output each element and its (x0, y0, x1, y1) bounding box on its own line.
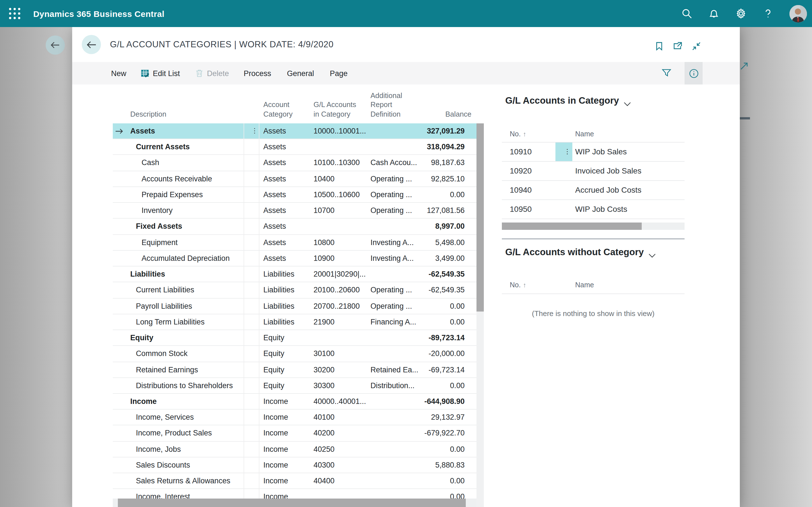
table-row[interactable]: Accumulated DepreciationAssets10900Inves… (113, 251, 476, 267)
table-row[interactable]: Income, Product SalesIncome40200-679,922… (113, 426, 476, 441)
factbox-section-title: G/L Accounts without Category (505, 247, 656, 258)
waffle-icon[interactable] (8, 7, 21, 20)
table-row[interactable]: Long Term LiabilitiesLiabilities21900Fin… (113, 314, 476, 330)
chevron-down-icon[interactable] (623, 98, 631, 105)
column-header-no[interactable]: No.↑ (510, 130, 526, 138)
cell-additional-report-definition: Operating ... (370, 203, 412, 218)
cell-description: Income, Services (136, 409, 194, 425)
factbox-row[interactable]: 10950WIP Job Costs (502, 200, 684, 219)
cell-description: Accumulated Depreciation (142, 251, 230, 266)
app-title: Dynamics 365 Business Central (33, 9, 164, 18)
vertical-scrollbar-thumb[interactable] (476, 123, 484, 312)
cell-additional-report-definition: Investing A... (370, 235, 414, 250)
factbox-scrollbar-thumb[interactable] (502, 223, 642, 230)
table-row[interactable]: Fixed AssetsAssets8,997.00 (113, 219, 476, 235)
cell-account-category: Assets (263, 203, 286, 218)
toolbar-item-edit-list[interactable]: Edit List (141, 69, 180, 77)
table-row[interactable]: EquityEquity-89,723.14 (113, 330, 476, 346)
table-row[interactable]: CashAssets10100..10300Cash Accou...98,18… (113, 155, 476, 171)
table-row[interactable]: EquipmentAssets10800Investing A...5,498.… (113, 235, 476, 250)
cell-gl-accounts: 10900 (313, 251, 335, 266)
bookmark-icon[interactable] (655, 42, 664, 51)
table-row[interactable]: Assets⋮Assets10000..10001...327,091.29 (113, 123, 476, 139)
cell-balance: -20,000.00 (428, 346, 465, 362)
cell-balance: -679,922.70 (424, 426, 465, 441)
dialog-content: DescriptionAccountCategoryG/L Accountsin… (72, 84, 740, 507)
table-row[interactable]: LiabilitiesLiabilities20001|30290|...-62… (113, 267, 476, 282)
cell-description: Cash (142, 155, 159, 171)
table-header-row: DescriptionAccountCategoryG/L Accountsin… (113, 84, 484, 123)
table-row[interactable]: Common StockEquity30100-20,000.00 (113, 346, 476, 362)
toolbar-item-process[interactable]: Process (244, 69, 271, 77)
horizontal-scrollbar-thumb[interactable] (118, 499, 466, 507)
back-button[interactable] (82, 35, 101, 54)
sort-ascending-icon: ↑ (523, 131, 526, 137)
cell-additional-report-definition: Operating ... (370, 171, 412, 186)
column-header-category[interactable]: AccountCategory (263, 100, 293, 119)
table-row[interactable]: Income, JobsIncome402500.00 (113, 441, 476, 457)
top-app-bar: Dynamics 365 Business Central (0, 0, 812, 27)
cell-balance: 0.00 (450, 378, 465, 393)
cell-account-category: Liabilities (263, 267, 294, 282)
table-row[interactable]: Prepaid ExpensesAssets10500..10600Operat… (113, 187, 476, 203)
cell-balance: -62,549.35 (428, 267, 465, 282)
table-row[interactable]: InventoryAssets10700Operating ...127,081… (113, 203, 476, 219)
dialog-header: G/L ACCOUNT CATEGORIES | WORK DATE: 4/9/… (72, 27, 740, 62)
cell-account-category: Assets (263, 139, 286, 155)
filter-icon[interactable] (662, 69, 671, 78)
toolbar-item-page[interactable]: Page (330, 69, 348, 77)
column-header-balance[interactable]: Balance (446, 110, 472, 119)
empty-view-message: (There is nothing to show in this view) (502, 309, 684, 318)
toolbar-item-general[interactable]: General (287, 69, 314, 77)
table-row[interactable]: Distributions to ShareholdersEquity30300… (113, 378, 476, 394)
page-title: G/L ACCOUNT CATEGORIES | WORK DATE: 4/9/… (110, 27, 334, 62)
factbox-row[interactable]: 10920Invoiced Job Sales (502, 162, 684, 181)
table-row[interactable]: Sales Returns & AllowancesIncome404000.0… (113, 473, 476, 489)
table-row[interactable]: Current AssetsAssets318,094.29 (113, 139, 476, 155)
column-header-name[interactable]: Name (575, 281, 594, 289)
notifications-icon[interactable] (708, 8, 719, 19)
factbox-column-headers: No.↑ Name (502, 130, 684, 142)
cell-balance: -644,908.90 (424, 394, 465, 409)
column-header-accounts[interactable]: G/L Accountsin Category (313, 100, 356, 119)
column-header-additional[interactable]: AdditionalReportDefinition (370, 91, 402, 119)
table-row[interactable]: Current LiabilitiesLiabilities20100..206… (113, 283, 476, 298)
table-row[interactable]: Sales DiscountsIncome403005,880.83 (113, 457, 476, 473)
search-icon[interactable] (681, 8, 693, 19)
column-header-description[interactable]: Description (130, 110, 166, 119)
background-decor-bar (740, 117, 750, 119)
table-row[interactable]: IncomeIncome40000..40001...-644,908.90 (113, 394, 476, 409)
column-header-no[interactable]: No.↑ (510, 281, 526, 289)
collapse-icon[interactable] (692, 42, 701, 51)
edit-list-icon (141, 69, 149, 77)
cell-description: Sales Discounts (136, 457, 190, 473)
background-expand-icon (741, 62, 748, 70)
table-row[interactable]: Payroll LiabilitiesLiabilities20700..218… (113, 298, 476, 314)
cell-gl-accounts: 10700 (313, 203, 335, 218)
chevron-down-icon[interactable] (648, 249, 656, 257)
cell-account-category: Assets (263, 171, 286, 186)
row-context-menu[interactable]: ⋮ (555, 143, 572, 161)
toolbar-item-new[interactable]: New (111, 69, 126, 77)
cell-gl-accounts: 10800 (313, 235, 335, 250)
cell-name: Invoiced Job Sales (575, 162, 642, 180)
cell-gl-accounts: 20001|30290|... (313, 267, 366, 282)
help-icon[interactable] (762, 8, 774, 19)
factbox-row[interactable]: 10940Accrued Job Costs (502, 181, 684, 200)
table-row[interactable]: Income, ServicesIncome4010029,132.97 (113, 409, 476, 425)
cell-gl-accounts: 10100..10300 (313, 155, 360, 171)
user-avatar[interactable] (790, 5, 807, 22)
info-pane-toggle[interactable] (684, 62, 703, 84)
table-row[interactable]: Accounts ReceivableAssets10400Operating … (113, 171, 476, 187)
cell-name: WIP Job Costs (575, 200, 627, 219)
column-header-name[interactable]: Name (575, 130, 594, 138)
cell-balance: -69,723.14 (428, 362, 465, 378)
table-row[interactable]: Retained EarningsEquity30200Retained Ea.… (113, 362, 476, 378)
factbox-row[interactable]: 10910⋮WIP Job Sales (502, 143, 684, 162)
open-in-new-window-icon[interactable] (673, 42, 682, 51)
cell-additional-report-definition: Operating ... (370, 298, 412, 314)
cell-additional-report-definition: Investing A... (370, 251, 414, 266)
cell-name: Accrued Job Costs (575, 181, 642, 200)
cell-account-category: Assets (263, 235, 286, 250)
settings-icon[interactable] (735, 8, 747, 19)
